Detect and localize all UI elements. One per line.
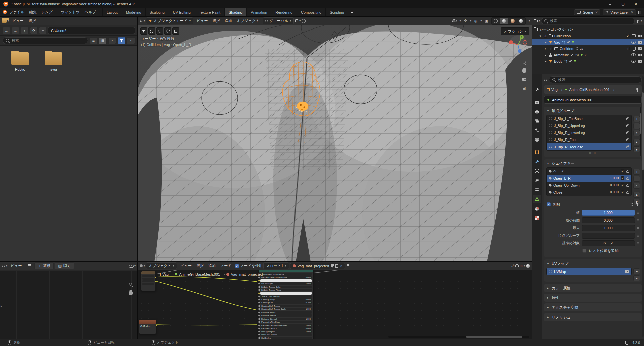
node-row[interactable]: Emissive Strength 1.000 xyxy=(260,318,312,320)
tab-constraints[interactable] xyxy=(533,186,541,193)
open-image-button[interactable]: ▤ 開く xyxy=(55,262,74,269)
file-search-input[interactable]: 検索 xyxy=(3,37,88,44)
topbar-menu[interactable]: ファイル xyxy=(7,9,27,15)
render-active-icon[interactable] xyxy=(625,270,629,273)
panel-grip-icon[interactable]: ∷∷ xyxy=(635,162,639,165)
xray-toggle-icon[interactable]: ▣ xyxy=(485,19,488,23)
blender-menu-icon[interactable] xyxy=(3,10,7,14)
shape-key-mute-checkbox[interactable] xyxy=(621,169,624,173)
material-slot-dropdown[interactable]: スロット1▾ xyxy=(263,262,289,269)
lock-icon[interactable] xyxy=(626,139,629,141)
unlink-material-icon[interactable]: ✕ xyxy=(340,264,343,268)
node-row[interactable]: Shading Shift -0.200 xyxy=(260,301,312,304)
collection-checkbox[interactable] xyxy=(544,34,547,38)
hide-eye-icon[interactable] xyxy=(631,41,636,44)
viewport-display-icon[interactable] xyxy=(632,47,636,50)
value-field[interactable]: 0.000 xyxy=(582,217,635,223)
shader-editor-menu[interactable]: 追加 xyxy=(206,263,218,269)
new-folder-button[interactable]: ＋ xyxy=(39,27,47,34)
mesh-name-field[interactable]: AnimeGirlBaseMesh.001 xyxy=(544,96,642,104)
tool-select-lasso-button[interactable] xyxy=(164,27,171,35)
properties-filter-icon[interactable] xyxy=(544,78,547,81)
animate-dot-icon[interactable] xyxy=(637,227,639,229)
refresh-button[interactable]: ⟳ xyxy=(30,27,38,34)
editor-type-icon-shader[interactable] xyxy=(140,264,143,267)
add-workspace-button[interactable]: + xyxy=(348,10,355,15)
uv-map-row[interactable]: UVMap xyxy=(547,268,631,275)
vertex-group-row[interactable]: J_Bip_R_ToeBase xyxy=(547,143,631,150)
node-grid-icon[interactable]: ⊞ xyxy=(520,264,523,268)
tab-scene[interactable] xyxy=(533,126,541,134)
properties-scrollbar[interactable] xyxy=(642,76,644,337)
node-row[interactable]: LitColor Texture Color xyxy=(260,286,312,288)
panel-disclosure-icon[interactable]: ▾ xyxy=(546,262,550,265)
value-field[interactable]: 1.000 xyxy=(582,210,635,216)
workspace-tab[interactable]: UV Editing xyxy=(169,8,195,17)
list-resize-grip[interactable]: ∷∷∷ xyxy=(544,152,642,155)
vertex-group-row[interactable]: J_Bip_R_UpperLeg xyxy=(547,122,631,129)
shader-editor-menu[interactable]: 選択 xyxy=(194,263,206,269)
hide-eye-icon[interactable] xyxy=(631,53,636,56)
outliner-row-collection[interactable]: ▾ Collection xyxy=(532,33,644,39)
shape-key-pin-icon[interactable] xyxy=(636,202,639,207)
add-uv-map-button[interactable]: ＋ xyxy=(633,268,640,274)
topbar-menu[interactable]: ヘルプ xyxy=(82,9,98,15)
viewport-menu[interactable]: 追加 xyxy=(222,18,234,24)
breadcrumb-object[interactable]: Vag xyxy=(547,88,562,92)
workspace-tab[interactable]: Layout xyxy=(103,8,122,17)
gizmos-dropdown-icon[interactable]: ✛ xyxy=(464,19,467,23)
node-row[interactable]: ParametricRimLift 0.000 xyxy=(260,327,312,330)
lock-icon[interactable] xyxy=(626,192,629,194)
pin-icon[interactable] xyxy=(636,88,639,92)
node-output-socket[interactable] xyxy=(155,277,156,278)
viewport-menu[interactable]: ビュー xyxy=(194,18,210,24)
texture-node[interactable] xyxy=(141,271,156,291)
tab-render[interactable] xyxy=(533,98,541,106)
image-editor-hamburger-icon[interactable]: ☰ xyxy=(25,263,34,269)
workspace-tab[interactable]: Modeling xyxy=(122,8,146,17)
editor-type-icon-image[interactable] xyxy=(2,264,5,267)
back-button[interactable]: ← xyxy=(3,27,10,34)
node-row[interactable]: Rim Color Texture xyxy=(260,333,312,336)
vertex-group-specials-button[interactable]: ▾ xyxy=(633,130,640,136)
close-button[interactable]: ✕ xyxy=(635,2,637,6)
shape-key-mute-checkbox[interactable] xyxy=(621,183,624,187)
up-button[interactable]: ↑ xyxy=(21,27,29,34)
collection-exclude-checkbox[interactable] xyxy=(626,47,630,50)
tab-world[interactable] xyxy=(533,136,541,143)
shape-key-mute-checkbox[interactable] xyxy=(621,190,624,194)
scene-selector[interactable]: Scene ✕ xyxy=(574,9,600,15)
topbar-menu[interactable]: ウィンドウ xyxy=(59,9,82,15)
transform-orientation-dropdown[interactable]: グローバル ▾ xyxy=(263,17,294,24)
node-row[interactable]: Shading Toony 0.900 xyxy=(260,298,312,301)
workspace-tab[interactable]: Compositing xyxy=(297,8,326,17)
node-row[interactable]: Shading Shift Texture xyxy=(260,305,312,307)
material-selector[interactable]: Vag_mat_projected ✕ xyxy=(290,263,345,269)
move-down-button[interactable]: ▼ xyxy=(633,146,640,152)
node-preview-sphere-icon[interactable] xyxy=(526,264,530,268)
viewport-ortho-grid-icon[interactable]: ⊞ xyxy=(522,86,526,91)
workspace-tab[interactable]: Rendering xyxy=(271,8,297,17)
workspace-tab[interactable]: Shading xyxy=(225,8,247,17)
use-nodes-checkbox[interactable] xyxy=(235,264,239,268)
add-shape-key-button[interactable]: ＋ xyxy=(633,169,640,175)
value-field[interactable]: ベース xyxy=(582,240,635,246)
node-row[interactable]: Shade Color Texture xyxy=(260,295,312,298)
folder-item[interactable]: syui xyxy=(42,52,66,71)
workspace-tab[interactable]: Scripting xyxy=(326,8,348,17)
workspace-tab[interactable]: Animation xyxy=(247,8,271,17)
hide-eye-icon[interactable] xyxy=(631,60,636,63)
panel-disclosure-icon[interactable]: ▾ xyxy=(546,109,550,112)
tab-material[interactable] xyxy=(533,205,541,212)
node-row[interactable]: ParametricRim Color xyxy=(260,321,312,323)
tab-view-layer[interactable] xyxy=(533,117,541,125)
outliner-row-colliders[interactable]: ▸ Colliders 22 xyxy=(532,45,644,52)
value-field[interactable]: 1.000 xyxy=(582,225,635,231)
view-layer-unlink-icon[interactable]: ✕ xyxy=(631,11,633,14)
panel-disclosure-icon[interactable]: ▾ xyxy=(546,162,550,165)
render-visibility-icon[interactable] xyxy=(638,41,642,44)
view-layer-selector[interactable]: View Layer ✕ xyxy=(603,9,636,15)
disclosure-triangle-icon[interactable]: ▾ xyxy=(539,34,542,38)
value-field[interactable] xyxy=(582,233,635,239)
render-visibility-icon[interactable] xyxy=(638,53,642,57)
